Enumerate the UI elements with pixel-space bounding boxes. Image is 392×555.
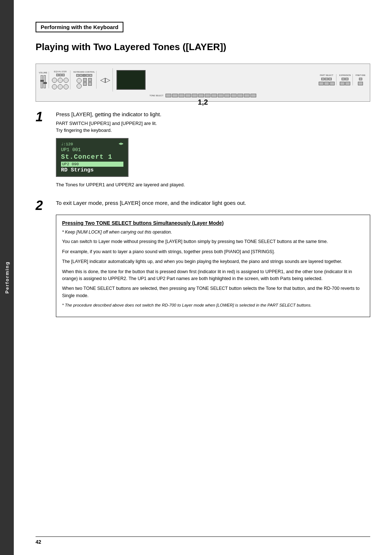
page-footer: 42 xyxy=(36,536,370,545)
info-box-para2: For example, if you want to layer a pian… xyxy=(62,248,364,255)
lcd-up2-label: UP2 090 xyxy=(62,162,79,166)
info-box-note: * Keep [NUM LOCK] off when carrying out … xyxy=(62,229,364,236)
lcd-rd-strings: RD Strings xyxy=(61,167,123,173)
info-box-footnote: * The procedure described above does not… xyxy=(62,302,364,309)
section-header-label: Performing with the Keyboard xyxy=(41,24,118,30)
lcd-up1: UP1 001 xyxy=(61,147,123,153)
step1-block: 1 Press [LAYER], getting the indicator t… xyxy=(36,110,370,188)
lcd-display: ♩:120 ◄► UP1 001 St.Concert 1 UP2 090 RD… xyxy=(56,138,128,177)
lcd-arrows: ◄► xyxy=(119,142,123,146)
step1-number: 1 xyxy=(36,110,49,123)
diagram-step-label: 1,2 xyxy=(38,98,368,106)
info-box-para3: The [LAYER] indicator automatically ligh… xyxy=(62,258,364,265)
lcd-concert: St.Concert 1 xyxy=(61,153,123,161)
step2-block: 2 To exit Layer mode, press [LAYER] once… xyxy=(36,199,370,317)
side-tab-label: Performing xyxy=(4,261,10,293)
step2-number: 2 xyxy=(36,199,49,212)
page-number: 42 xyxy=(36,539,41,545)
info-box-para5: When two TONE SELECT buttons are selecte… xyxy=(62,285,364,299)
step1-tones-text: The Tones for UPPER1 and UPPER2 are laye… xyxy=(56,182,370,187)
step2-main-text: To exit Layer mode, press [LAYER] once m… xyxy=(56,199,370,207)
lcd-tempo: ♩:120 xyxy=(61,142,73,146)
side-tab: Performing xyxy=(0,0,14,555)
info-box-para4: When this is done, the tone for the butt… xyxy=(62,268,364,283)
step1-main-text: Press [LAYER], getting the indicator to … xyxy=(56,110,370,119)
chapter-title: Playing with Two Layered Tones ([LAYER]) xyxy=(36,41,370,53)
info-box: Pressing Two TONE SELECT buttons Simulta… xyxy=(56,215,370,317)
step1-sub-text1: PART SWITCH [UPPER1] and [UPPER2] are li… xyxy=(56,121,370,126)
keyboard-diagram: VOLUME EQUALIZER xyxy=(36,64,370,102)
step1-sub-text2: Try fingering the keyboard. xyxy=(56,127,370,133)
info-box-para1: You can switch to Layer mode without pre… xyxy=(62,238,364,245)
main-content: Performing with the Keyboard Playing wit… xyxy=(14,0,392,555)
section-header-box: Performing with the Keyboard xyxy=(36,22,123,32)
info-box-title: Pressing Two TONE SELECT buttons Simulta… xyxy=(62,220,364,226)
